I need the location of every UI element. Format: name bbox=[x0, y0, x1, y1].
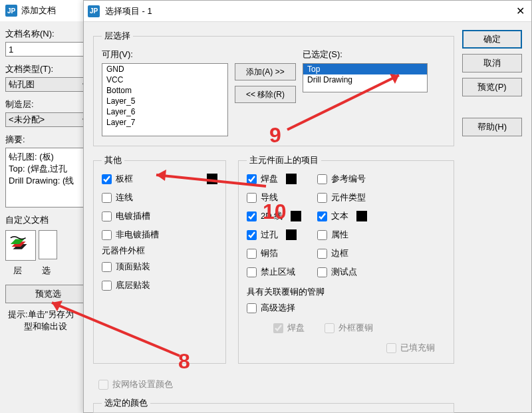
front-window-title: 选择项目 - 1 bbox=[105, 5, 152, 17]
select-items-window: JP 选择项目 - 1 ✕ 层选择 可用(V): GND VCC Bottom … bbox=[83, 0, 532, 413]
chk-pad[interactable]: 焊盘 bbox=[247, 173, 301, 185]
back-window-title: 添加文档 bbox=[21, 5, 56, 17]
doc-name-input[interactable] bbox=[5, 42, 90, 57]
list-item[interactable]: Layer_5 bbox=[102, 96, 227, 106]
list-item[interactable]: VCC bbox=[102, 74, 227, 85]
chk-border[interactable]: 边框 bbox=[317, 247, 367, 259]
chk-outline-bottom[interactable]: 底层贴装 bbox=[102, 279, 217, 291]
cancel-button[interactable]: 取消 bbox=[462, 54, 522, 72]
checkbox[interactable] bbox=[102, 262, 112, 272]
help-button[interactable]: 帮助(H) bbox=[462, 118, 522, 136]
tab-select[interactable]: 选 bbox=[42, 265, 51, 277]
layers-stack-icon[interactable] bbox=[5, 230, 36, 261]
chk-refdes[interactable]: 参考编号 bbox=[317, 173, 367, 185]
summary-line: 钻孔图: (板) bbox=[9, 151, 87, 163]
chk-2dline[interactable]: 2D 线 bbox=[247, 210, 301, 222]
color-swatch[interactable] bbox=[207, 174, 217, 184]
checkbox bbox=[98, 380, 108, 390]
checkbox[interactable] bbox=[247, 211, 257, 221]
preview-button[interactable]: 预览(P) bbox=[462, 78, 522, 96]
comp-outline-label: 元器件外框 bbox=[102, 245, 217, 257]
chk-keepout[interactable]: 禁止区域 bbox=[247, 266, 301, 278]
chk-advanced[interactable]: 高级选择 bbox=[247, 302, 446, 314]
fab-layer-label: 制造层: bbox=[5, 98, 90, 110]
doc-type-select[interactable]: 钻孔图 ▾ bbox=[5, 77, 90, 92]
checkbox[interactable] bbox=[317, 211, 327, 221]
selected-listbox[interactable]: Top Drill Drawing bbox=[303, 63, 428, 92]
chk-via[interactable]: 过孔 bbox=[247, 229, 301, 241]
chk-outline-top[interactable]: 顶面贴装 bbox=[102, 261, 217, 273]
selected-color-legend: 选定的颜色 bbox=[102, 397, 150, 409]
add-button[interactable]: 添加(A) >> bbox=[235, 63, 296, 80]
layer-select-legend: 层选择 bbox=[102, 30, 133, 42]
checkbox[interactable] bbox=[317, 174, 327, 184]
doc-type-value: 钻孔图 bbox=[9, 78, 35, 90]
summary-line: Drill Drawing: (线 bbox=[9, 175, 87, 187]
chk-outer-copper: 外框覆铜 bbox=[325, 322, 373, 334]
chk-by-net-color: 按网络设置颜色 bbox=[98, 378, 454, 390]
list-item[interactable]: Drill Drawing bbox=[303, 74, 427, 85]
selected-label: 已选定(S): bbox=[303, 49, 428, 61]
chk-frame[interactable]: 板框 bbox=[102, 173, 217, 185]
app-icon: JP bbox=[88, 5, 100, 17]
chk-text[interactable]: 文本 bbox=[317, 210, 367, 222]
checkbox[interactable] bbox=[247, 174, 257, 184]
color-swatch[interactable] bbox=[286, 229, 297, 240]
chk-plated-slot[interactable]: 电镀插槽 bbox=[102, 210, 217, 222]
chk-attr[interactable]: 属性 bbox=[317, 229, 367, 241]
list-item[interactable]: Layer_6 bbox=[102, 106, 227, 117]
chk-nonplated-slot[interactable]: 非电镀插槽 bbox=[102, 229, 217, 241]
chk-pad-disabled: 焊盘 bbox=[273, 322, 305, 334]
checkbox[interactable] bbox=[317, 230, 327, 240]
checkbox[interactable] bbox=[102, 174, 112, 184]
available-label: 可用(V): bbox=[102, 49, 228, 61]
checkbox[interactable] bbox=[102, 193, 112, 203]
color-swatch[interactable] bbox=[356, 211, 367, 221]
add-document-window: JP 添加文档 文档名称(N): 文档类型(T): 钻孔图 ▾ 制造层: <未分… bbox=[0, 0, 96, 413]
preview-selection-button[interactable]: 预览选 bbox=[5, 285, 90, 303]
checkbox[interactable] bbox=[317, 267, 327, 277]
mini-doc-icon[interactable] bbox=[39, 230, 57, 259]
checkbox[interactable] bbox=[247, 303, 257, 313]
available-listbox[interactable]: GND VCC Bottom Layer_5 Layer_6 Layer_7 bbox=[102, 63, 228, 136]
layer-select-fieldset: 层选择 可用(V): GND VCC Bottom Layer_5 Layer_… bbox=[93, 30, 454, 146]
summary-label: 摘要: bbox=[5, 134, 90, 146]
checkbox[interactable] bbox=[102, 281, 112, 291]
close-icon[interactable]: ✕ bbox=[516, 5, 525, 17]
summary-line: Top: (焊盘,过孔 bbox=[9, 163, 87, 175]
list-item[interactable]: Layer_7 bbox=[102, 117, 227, 128]
list-item[interactable]: GND bbox=[102, 64, 227, 74]
assoc-copper-label: 具有关联覆铜的管脚 bbox=[247, 286, 446, 298]
chk-wire[interactable]: 导线 bbox=[247, 192, 301, 204]
checkbox[interactable] bbox=[102, 211, 112, 221]
ok-button[interactable]: 确定 bbox=[462, 30, 522, 49]
checkbox bbox=[273, 323, 283, 333]
custom-doc-icons bbox=[5, 230, 90, 261]
other-legend: 其他 bbox=[102, 154, 124, 166]
checkbox bbox=[386, 343, 396, 353]
custom-doc-label: 自定义文档 bbox=[5, 214, 90, 226]
summary-box: 钻孔图: (板) Top: (焊盘,过孔 Drill Drawing: (线 bbox=[5, 148, 90, 207]
tab-layer[interactable]: 层 bbox=[13, 265, 22, 277]
selected-color-fieldset: 选定的颜色 bbox=[93, 397, 454, 413]
checkbox[interactable] bbox=[247, 249, 257, 259]
color-swatch[interactable] bbox=[291, 211, 301, 221]
back-window-titlebar: JP 添加文档 bbox=[0, 0, 96, 21]
doc-type-label: 文档类型(T): bbox=[5, 63, 90, 75]
checkbox[interactable] bbox=[247, 267, 257, 277]
list-item[interactable]: Top bbox=[303, 64, 427, 74]
checkbox[interactable] bbox=[317, 249, 327, 259]
fab-layer-value: <未分配> bbox=[9, 114, 45, 126]
chk-comptype[interactable]: 元件类型 bbox=[317, 192, 367, 204]
chk-lines[interactable]: 连线 bbox=[102, 192, 217, 204]
fab-layer-select[interactable]: <未分配> ▾ bbox=[5, 112, 90, 127]
remove-button[interactable]: << 移除(R) bbox=[235, 86, 296, 103]
checkbox[interactable] bbox=[102, 230, 112, 240]
list-item[interactable]: Bottom bbox=[102, 85, 227, 96]
chk-copper[interactable]: 铜箔 bbox=[247, 247, 301, 259]
checkbox[interactable] bbox=[247, 193, 257, 203]
checkbox[interactable] bbox=[317, 193, 327, 203]
chk-testpoint[interactable]: 测试点 bbox=[317, 266, 367, 278]
color-swatch[interactable] bbox=[286, 174, 297, 184]
checkbox[interactable] bbox=[247, 230, 257, 240]
